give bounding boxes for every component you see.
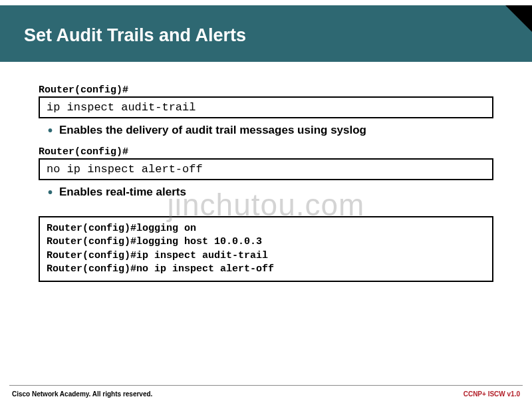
command-box-2: no ip inspect alert-off (39, 158, 493, 180)
slide-content: Router(config)# ip inspect audit-trail •… (0, 62, 532, 282)
example-line-3: Router(config)#ip inspect audit-trail (47, 249, 485, 263)
bullet-text-2: Enables real-time alerts (59, 186, 186, 199)
footer-left: Cisco Network Academy. All rights reserv… (12, 390, 152, 398)
footer-right: CCNP+ ISCW v1.0 (464, 390, 520, 398)
footer: Cisco Network Academy. All rights reserv… (0, 390, 532, 398)
bullet-2: • Enables real-time alerts (48, 186, 493, 199)
prompt-label-1: Router(config)# (39, 84, 493, 96)
bullet-text-1: Enables the delivery of audit trail mess… (59, 124, 366, 137)
example-line-4: Router(config)#no ip inspect alert-off (47, 263, 485, 276)
example-box: Router(config)#logging on Router(config)… (39, 216, 493, 282)
bullet-dot-icon: • (48, 186, 53, 199)
example-line-1: Router(config)#logging on (47, 222, 485, 235)
corner-accent (505, 5, 532, 32)
bullet-1: • Enables the delivery of audit trail me… (48, 124, 493, 137)
footer-rule (9, 385, 523, 386)
bullet-dot-icon: • (48, 124, 53, 137)
slide-container: Set Audit Trails and Alerts Router(confi… (0, 5, 532, 399)
title-bar: Set Audit Trails and Alerts (0, 5, 532, 62)
example-line-2: Router(config)#logging host 10.0.0.3 (47, 235, 485, 249)
prompt-label-2: Router(config)# (39, 146, 493, 158)
command-box-1: ip inspect audit-trail (39, 96, 493, 118)
slide-title: Set Audit Trails and Alerts (24, 25, 508, 46)
